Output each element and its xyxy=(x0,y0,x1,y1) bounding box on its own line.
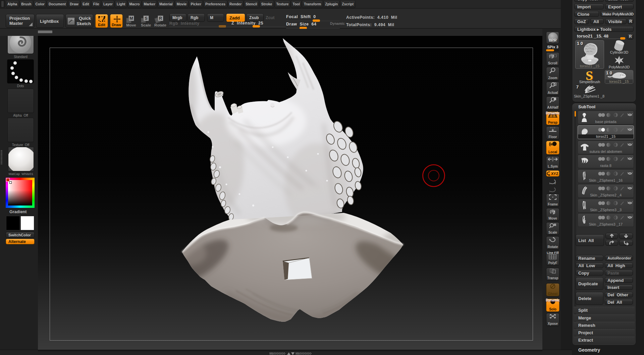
svg-text:XYZ: XYZ xyxy=(551,172,558,176)
svg-text:Y: Y xyxy=(554,182,556,185)
svg-text:X Y Z: X Y Z xyxy=(550,127,555,129)
